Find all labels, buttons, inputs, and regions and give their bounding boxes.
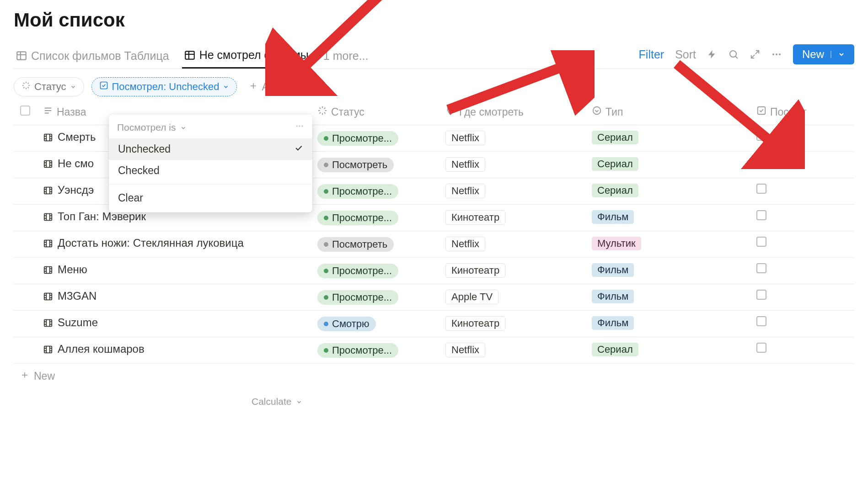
svg-point-17 <box>296 125 298 127</box>
where-tag: Netflix <box>445 157 485 172</box>
sort-button[interactable]: Sort <box>675 48 696 61</box>
where-tag: Кинотеатр <box>445 316 505 331</box>
column-type-label[interactable]: Тип <box>605 106 623 118</box>
loading-icon <box>317 106 327 118</box>
add-filter-label: Add filter <box>262 81 303 93</box>
expand-icon[interactable] <box>750 49 760 59</box>
svg-rect-65 <box>44 293 52 300</box>
filter-chip-status[interactable]: Статус <box>14 77 84 96</box>
svg-point-11 <box>772 53 774 55</box>
dropdown-clear[interactable]: Clear <box>109 187 312 209</box>
film-icon <box>43 290 53 304</box>
film-icon <box>43 184 53 198</box>
new-row-button[interactable]: New <box>14 364 854 389</box>
more-icon[interactable] <box>771 49 782 60</box>
row-checkbox[interactable] <box>756 290 766 300</box>
tab-list-label: Список фильмов Таблица <box>31 49 169 63</box>
new-button[interactable]: New <box>793 44 854 64</box>
chevron-down-icon[interactable] <box>830 51 845 58</box>
table-row[interactable]: M3GANПросмотре...Apple TVФильм <box>14 284 854 311</box>
chevron-down-icon <box>70 81 76 93</box>
column-name-label[interactable]: Назва <box>57 106 86 118</box>
pin-icon <box>445 106 455 118</box>
film-icon <box>43 237 53 251</box>
where-tag: Netflix <box>445 131 485 145</box>
svg-line-10 <box>735 56 738 58</box>
filter-chip-watched[interactable]: Посмотрел: Unchecked <box>91 77 237 96</box>
film-icon <box>43 131 53 145</box>
svg-rect-72 <box>44 320 52 327</box>
table-row[interactable]: МенюПросмотре...КинотеатрФильм <box>14 258 854 284</box>
row-checkbox[interactable] <box>756 210 766 220</box>
svg-point-12 <box>776 53 777 55</box>
new-row-label: New <box>34 370 55 382</box>
column-watched-label[interactable]: Посмот <box>770 106 806 118</box>
dropdown-option-checked[interactable]: Checked <box>109 160 312 181</box>
row-checkbox[interactable] <box>756 237 766 247</box>
type-tag: Фильм <box>592 316 634 330</box>
svg-point-13 <box>779 53 781 55</box>
new-button-label: New <box>802 48 824 61</box>
page-title: Мой список <box>14 9 854 31</box>
filter-button[interactable]: Filter <box>639 48 664 61</box>
row-title: Аллея кошмаров <box>58 343 145 355</box>
filter-dropdown: Посмотрел is Unchecked Checked Clear <box>109 114 312 212</box>
tab-unwatched-label: Не смотрел фильмы <box>199 48 309 62</box>
row-checkbox[interactable] <box>756 263 766 273</box>
dropdown-option-checked-label: Checked <box>118 164 160 177</box>
calculate-button[interactable]: Calculate <box>14 389 854 407</box>
search-icon[interactable] <box>728 49 739 60</box>
status-tag: Просмотре... <box>317 264 398 278</box>
svg-point-19 <box>301 125 303 127</box>
tabs-row: Список фильмов Таблица Не смотрел фильмы… <box>14 44 854 69</box>
checkbox-icon <box>756 106 766 118</box>
add-filter-button[interactable]: Add filter <box>244 78 308 96</box>
table-row[interactable]: Достать ножи: Стеклянная луковицаПосмотр… <box>14 231 854 258</box>
tabs-more[interactable]: 1 more... <box>321 45 370 68</box>
toolbar-right: Filter Sort New <box>639 44 854 68</box>
tab-unwatched[interactable]: Не смотрел фильмы <box>182 44 311 69</box>
table-icon <box>184 49 196 61</box>
status-tag: Просмотре... <box>317 343 398 358</box>
divider <box>109 184 312 185</box>
svg-point-9 <box>730 51 736 57</box>
status-tag: Просмотре... <box>317 290 398 305</box>
where-tag: Netflix <box>445 237 485 251</box>
table-row[interactable]: Аллея кошмаровПросмотре...NetflixСериал <box>14 337 854 364</box>
table-row[interactable]: SuzumeСмотрюКинотеатрФильм <box>14 311 854 337</box>
row-checkbox[interactable] <box>756 157 766 167</box>
row-title: Не смо <box>58 157 94 170</box>
type-tag: Фильм <box>592 290 634 303</box>
row-checkbox[interactable] <box>756 131 766 141</box>
type-tag: Мультик <box>592 237 641 250</box>
chevron-down-icon[interactable] <box>180 125 187 131</box>
film-icon <box>43 157 53 172</box>
column-where-label[interactable]: Где смотреть <box>459 106 524 118</box>
column-status-label[interactable]: Статус <box>331 106 364 118</box>
where-tag: Кинотеатр <box>445 210 505 225</box>
where-tag: Кинотеатр <box>445 263 505 278</box>
status-tag: Просмотре... <box>317 131 398 146</box>
calculate-label: Calculate <box>252 396 292 407</box>
svg-rect-30 <box>44 161 52 168</box>
row-checkbox[interactable] <box>756 343 766 353</box>
svg-rect-44 <box>44 214 52 221</box>
type-tag: Сериал <box>592 157 638 171</box>
loading-icon <box>21 81 31 93</box>
dropdown-option-unchecked[interactable]: Unchecked <box>109 138 312 160</box>
svg-point-20 <box>450 108 452 111</box>
dropdown-option-unchecked-label: Unchecked <box>118 143 171 155</box>
svg-rect-14 <box>100 82 107 89</box>
row-checkbox[interactable] <box>756 316 766 326</box>
select-all-checkbox[interactable] <box>20 106 30 116</box>
more-icon[interactable] <box>295 122 304 133</box>
filter-chip-status-label: Статус <box>34 81 66 93</box>
filter-chip-watched-label: Посмотрел: Unchecked <box>112 81 220 93</box>
svg-point-18 <box>299 125 300 127</box>
text-icon <box>43 106 53 118</box>
where-tag: Netflix <box>445 184 485 198</box>
status-tag: Просмотре... <box>317 211 398 225</box>
row-checkbox[interactable] <box>756 184 766 194</box>
tab-list[interactable]: Список фильмов Таблица <box>14 45 171 68</box>
lightning-icon[interactable] <box>707 49 717 59</box>
